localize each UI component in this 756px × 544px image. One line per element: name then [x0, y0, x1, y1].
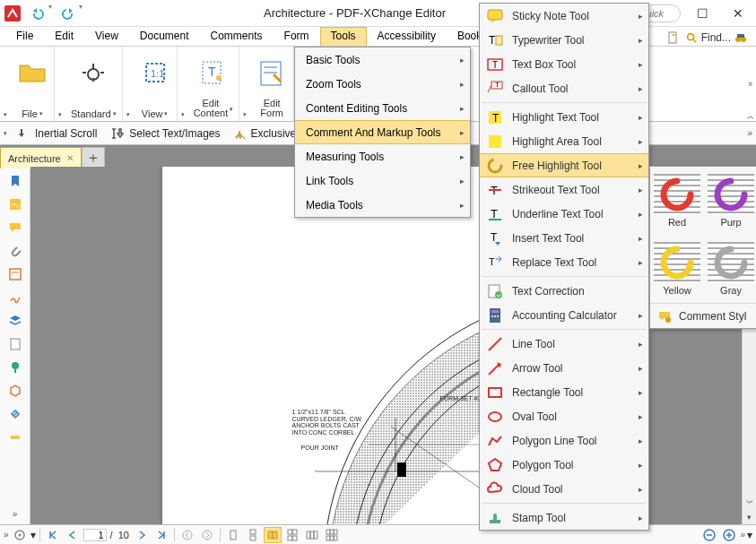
bookmark-icon[interactable]	[4, 170, 26, 192]
3dviews-icon[interactable]	[4, 380, 26, 402]
new-tab-button[interactable]: ＋	[82, 147, 105, 168]
ribbon-view-panel[interactable]: 1:1 View▾	[134, 47, 178, 121]
ribbon-collapse[interactable]: ︽	[747, 111, 754, 121]
comments-pane-icon[interactable]	[4, 217, 26, 238]
tools-content-editing[interactable]: Content Editing Tools▸	[295, 96, 470, 120]
ribbon-strip-2[interactable]: ▾	[55, 47, 65, 121]
status-overflow-right[interactable]: »	[740, 530, 745, 540]
swatch-purple[interactable]: Purp	[704, 167, 756, 235]
tool-strikeout-text-tool[interactable]: TStrikeout Text Tool▸	[480, 177, 648, 202]
zoom-in-icon[interactable]	[720, 527, 738, 543]
comment-styles-button[interactable]: Comment Styl	[650, 303, 756, 328]
tool-arrow-tool[interactable]: Arrow Tool▸	[480, 356, 648, 380]
tool-insert-text-tool[interactable]: TInsert Text Tool▸	[480, 226, 648, 250]
ribbon-edit-content-panel[interactable]: T Edit Content▾	[188, 47, 240, 121]
tools-link[interactable]: Link Tools▸	[295, 168, 470, 193]
last-page-icon[interactable]	[152, 527, 170, 543]
scroll-down-icon[interactable]: ▾	[743, 510, 756, 524]
tool-cloud-tool[interactable]: Cloud Tool▸	[480, 477, 648, 501]
attachments-icon[interactable]	[4, 240, 26, 262]
tool-replace-text-tool[interactable]: TReplace Text Tool▸	[480, 250, 648, 274]
menu-edit[interactable]: Edit	[44, 27, 84, 46]
options-gear-icon[interactable]	[11, 527, 29, 543]
zoom-out-icon[interactable]	[700, 527, 718, 543]
tool-rectangle-tool[interactable]: Rectangle Tool▸	[480, 380, 648, 404]
layout-continuous-icon[interactable]	[244, 527, 262, 543]
status-dd-1[interactable]: ▾	[30, 529, 36, 541]
nav-fwd-icon[interactable]	[198, 527, 216, 543]
tool-highlight-text-tool[interactable]: THighlight Text Tool▸	[480, 105, 648, 129]
tools-zoom[interactable]: Zoom Tools▸	[295, 72, 470, 96]
ribbon-end-strip[interactable]: »	[745, 47, 756, 121]
tool-text-box-tool[interactable]: TText Box Tool▸	[480, 52, 648, 76]
ribbon-edit-form-panel[interactable]: Edit Form	[250, 47, 294, 121]
inertial-scroll-toggle[interactable]: Inertial Scroll	[9, 124, 103, 143]
ribbon-strip-4[interactable]: ▾	[178, 47, 188, 121]
prev-page-icon[interactable]	[64, 527, 82, 543]
swatch-yellow[interactable]: Yellow	[650, 235, 704, 303]
options-left-dd[interactable]: ▾	[2, 130, 9, 137]
binoculars-icon[interactable]	[733, 30, 749, 46]
layers-icon[interactable]	[4, 310, 26, 332]
nav-back-icon[interactable]	[178, 527, 196, 543]
swatch-red[interactable]: Red	[650, 167, 704, 235]
tool-highlight-area-tool[interactable]: Highlight Area Tool▸	[480, 129, 648, 153]
swatch-gray[interactable]: Gray	[704, 235, 756, 303]
status-dd-right[interactable]: ▾	[747, 529, 752, 541]
layout-facing-cont-icon[interactable]	[283, 527, 301, 543]
document-tab[interactable]: Architecture ✕	[0, 147, 82, 168]
menu-tools[interactable]: Tools	[320, 27, 367, 46]
menu-accessibility[interactable]: Accessibility	[367, 27, 447, 46]
exclusive-toggle[interactable]: Exclusive	[227, 125, 303, 142]
status-overflow-left[interactable]: »	[4, 530, 9, 540]
tool-polygon-tool[interactable]: Polygon Tool▸	[480, 453, 648, 477]
menu-form[interactable]: Form	[274, 27, 320, 46]
menu-file[interactable]: File	[5, 27, 44, 46]
redo-button[interactable]	[57, 3, 79, 24]
tools-measuring[interactable]: Measuring Tools▸	[295, 144, 470, 168]
side-overflow[interactable]: »	[4, 503, 26, 524]
ribbon-left-strip[interactable]: ▾	[0, 47, 11, 121]
links-icon[interactable]	[4, 403, 26, 425]
window-maximize[interactable]: ☐	[684, 1, 720, 26]
thumbnails-icon[interactable]	[4, 194, 26, 215]
tools-media[interactable]: Media Tools▸	[295, 193, 470, 217]
undo-dropdown[interactable]: ▾	[48, 3, 57, 24]
tools-basic[interactable]: Basic Tools▸	[295, 47, 470, 72]
layout-two-icon[interactable]	[303, 527, 321, 543]
tool-underline-text-tool[interactable]: TUnderline Text Tool▸	[480, 202, 648, 226]
tool-free-highlight-tool[interactable]: Free Highlight Tool▸	[480, 153, 648, 177]
tool-typewriter-tool[interactable]: TTypewriter Tool▸	[480, 28, 648, 52]
options-overflow[interactable]: »	[747, 128, 754, 138]
ribbon-strip-5[interactable]: ▾	[239, 47, 250, 121]
ribbon-strip-3[interactable]: ▾	[123, 47, 134, 121]
app-icon[interactable]	[0, 1, 25, 26]
first-page-icon[interactable]	[44, 527, 62, 543]
tags-icon[interactable]	[4, 427, 26, 448]
find-icon[interactable]	[683, 30, 700, 46]
tool-sticky-note-tool[interactable]: Sticky Note Tool▸	[480, 4, 648, 28]
next-page-icon[interactable]	[133, 527, 151, 543]
undo-button[interactable]	[27, 3, 48, 24]
ribbon-file-panel[interactable]: File▾	[11, 47, 55, 121]
tool-oval-tool[interactable]: Oval Tool▸	[480, 404, 648, 428]
tool-polygon-line-tool[interactable]: Polygon Line Tool▸	[480, 428, 648, 453]
destinations-icon[interactable]	[4, 357, 26, 378]
tool-accounting-calculator[interactable]: Accounting Calculator▸	[480, 303, 648, 327]
tool-line-tool[interactable]: Line Tool▸	[480, 332, 648, 356]
page-number-input[interactable]	[83, 529, 107, 541]
fields-icon[interactable]	[4, 263, 26, 285]
layout-grid-icon[interactable]	[323, 527, 341, 543]
layout-facing-icon[interactable]	[264, 527, 282, 543]
window-close[interactable]: ✕	[720, 1, 756, 26]
tab-close-icon[interactable]: ✕	[66, 153, 74, 163]
tools-comment-markup[interactable]: Comment And Markup Tools▸	[295, 120, 470, 144]
menu-document[interactable]: Document	[129, 27, 200, 46]
tool-text-correction[interactable]: Text Correction	[480, 279, 648, 303]
tool-stamp-tool[interactable]: Stamp Tool▸	[480, 505, 648, 530]
menu-view[interactable]: View	[84, 27, 129, 46]
new-doc-icon[interactable]	[665, 30, 682, 46]
ribbon-standard-panel[interactable]: Standard▾	[65, 47, 123, 121]
redo-dropdown[interactable]: ▾	[79, 3, 88, 24]
content-icon[interactable]	[4, 333, 26, 355]
